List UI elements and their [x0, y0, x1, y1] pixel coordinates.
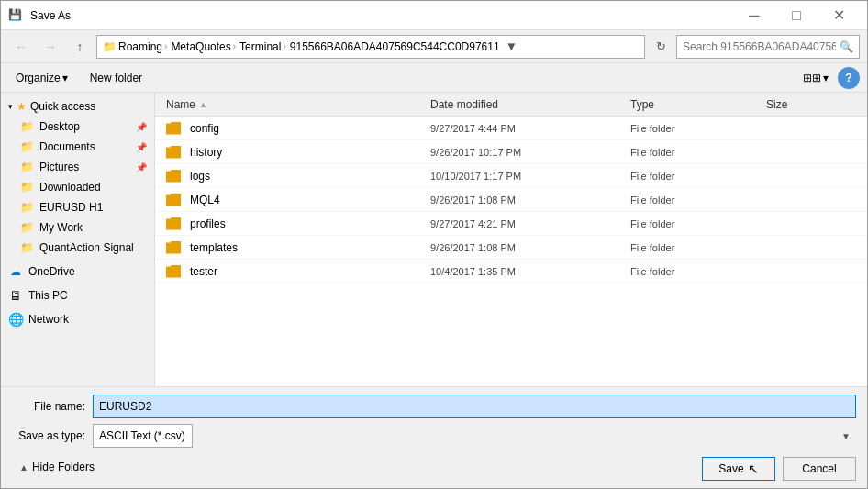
col-header-type[interactable]: Type [627, 98, 762, 111]
address-part-3: Terminal › [239, 40, 286, 53]
sidebar-item-pictures[interactable]: 📁 Pictures 📌 [1, 157, 154, 177]
savetype-wrapper: ASCII Text (*.csv) ▼ [93, 424, 856, 448]
file-name-cell: tester [162, 265, 427, 278]
sidebar-section-quickaccess: ▾ ★ Quick access 📁 Desktop 📌 📁 Documents… [1, 96, 154, 258]
sidebar-item-label: Documents [39, 140, 95, 153]
file-list-header: Name ▲ Date modified Type Size [155, 93, 867, 117]
new-folder-button[interactable]: New folder [83, 67, 150, 89]
file-name-cell: templates [162, 241, 427, 254]
maximize-button[interactable]: □ [775, 1, 818, 30]
savetype-select[interactable]: ASCII Text (*.csv) [93, 424, 193, 448]
folder-icon: 📁 [19, 139, 34, 154]
file-type-cell: File folder [627, 194, 762, 206]
table-row[interactable]: logs 10/10/2017 1:17 PM File folder [155, 164, 867, 188]
pin-icon: 📌 [136, 122, 147, 132]
col-header-size[interactable]: Size [762, 98, 860, 111]
action-toolbar: Organize ▾ New folder ⊞⊞ ▾ ? [1, 63, 867, 93]
sidebar-item-label: Network [28, 313, 69, 326]
pin-icon: 📌 [136, 162, 147, 172]
cancel-button[interactable]: Cancel [783, 457, 856, 481]
table-row[interactable]: MQL4 9/26/2017 1:08 PM File folder [155, 188, 867, 212]
filename-input[interactable] [93, 395, 856, 418]
address-dropdown-button[interactable]: ▼ [504, 39, 519, 53]
title-bar: 💾 Save As ─ □ ✕ [1, 1, 867, 30]
refresh-button[interactable]: ↻ [649, 35, 673, 59]
folder-icon: 📁 [19, 160, 34, 174]
folder-icon [166, 146, 181, 159]
sidebar-item-label: Pictures [39, 161, 79, 173]
nav-toolbar: ← → ↑ 📁 Roaming › MetaQuotes › Terminal … [1, 30, 867, 63]
main-area: ▾ ★ Quick access 📁 Desktop 📌 📁 Documents… [1, 93, 867, 386]
file-date-cell: 10/10/2017 1:17 PM [427, 171, 627, 182]
file-date-cell: 9/27/2017 4:44 PM [427, 123, 627, 134]
table-row[interactable]: history 9/26/2017 10:17 PM File folder [155, 140, 867, 164]
folder-icon: 📁 [19, 180, 34, 194]
sidebar-item-desktop[interactable]: 📁 Desktop 📌 [1, 117, 154, 137]
table-row[interactable]: config 9/27/2017 4:44 PM File folder [155, 117, 867, 140]
select-arrow-icon: ▼ [841, 431, 851, 441]
folder-icon: 📁 [19, 119, 34, 134]
col-header-date[interactable]: Date modified [427, 98, 627, 111]
address-part-2: MetaQuotes › [171, 40, 236, 53]
savetype-label: Save as type: [12, 429, 85, 442]
table-row[interactable]: templates 9/26/2017 1:08 PM File folder [155, 236, 867, 260]
sidebar: ▾ ★ Quick access 📁 Desktop 📌 📁 Documents… [1, 93, 155, 386]
sidebar-item-thispc[interactable]: 🖥 This PC [1, 285, 154, 306]
sidebar-section-thispc: 🖥 This PC [1, 285, 154, 306]
sidebar-header-quickaccess[interactable]: ▾ ★ Quick access [1, 96, 154, 117]
file-name-cell: profiles [162, 217, 427, 230]
minimize-button[interactable]: ─ [733, 1, 775, 30]
sidebar-item-label: EURUSD H1 [39, 201, 103, 214]
folder-icon: 📁 [19, 240, 34, 255]
file-name-cell: history [162, 146, 427, 159]
window-title: Save As [30, 9, 726, 22]
back-button[interactable]: ← [8, 34, 34, 60]
up-button[interactable]: ↑ [67, 34, 93, 60]
file-type-cell: File folder [627, 218, 762, 229]
view-options-button[interactable]: ⊞⊞ ▾ [797, 67, 834, 89]
title-controls: ─ □ ✕ [733, 1, 860, 30]
folder-icon [166, 194, 181, 206]
sidebar-item-label: Desktop [39, 120, 80, 133]
onedrive-icon: ☁ [8, 264, 23, 279]
network-icon: 🌐 [8, 312, 23, 327]
sidebar-item-label: Downloaded [39, 181, 101, 194]
savetype-row: Save as type: ASCII Text (*.csv) ▼ [12, 424, 856, 448]
file-date-cell: 9/27/2017 4:21 PM [427, 218, 627, 229]
sidebar-item-onedrive[interactable]: ☁ OneDrive [1, 261, 154, 282]
file-type-cell: File folder [627, 123, 762, 134]
table-row[interactable]: profiles 9/27/2017 4:21 PM File folder [155, 212, 867, 236]
folder-icon: 📁 [19, 200, 34, 215]
folder-icon [166, 265, 181, 278]
file-date-cell: 9/26/2017 1:08 PM [427, 242, 627, 253]
folder-icon [166, 170, 181, 183]
file-name-cell: config [162, 122, 427, 135]
folder-icon: 📁 [19, 220, 34, 235]
sidebar-item-network[interactable]: 🌐 Network [1, 309, 154, 329]
hide-folders-row[interactable]: ▲ Hide Folders [12, 459, 102, 475]
file-type-cell: File folder [627, 147, 762, 158]
file-date-cell: 10/4/2017 1:35 PM [427, 266, 627, 277]
save-button[interactable]: Save ↖ [702, 457, 775, 481]
sidebar-item-label: This PC [28, 289, 68, 302]
sidebar-item-mywork[interactable]: 📁 My Work [1, 217, 154, 238]
sidebar-item-downloaded[interactable]: 📁 Downloaded [1, 177, 154, 197]
address-arrow-2: › [233, 41, 236, 51]
sidebar-item-eurusdh1[interactable]: 📁 EURUSD H1 [1, 197, 154, 217]
address-part-4: 915566BA06ADA407569C544CC0D97611 [290, 40, 500, 53]
quick-access-star-icon: ★ [17, 100, 27, 113]
help-button[interactable]: ? [838, 67, 860, 89]
sidebar-item-quantaction[interactable]: 📁 QuantAction Signal [1, 238, 154, 258]
save-as-dialog: 💾 Save As ─ □ ✕ ← → ↑ 📁 Roaming › MetaQu… [0, 0, 868, 489]
folder-icon [166, 217, 181, 230]
close-button[interactable]: ✕ [818, 1, 860, 30]
organize-button[interactable]: Organize ▾ [8, 67, 75, 89]
table-row[interactable]: tester 10/4/2017 1:35 PM File folder [155, 260, 867, 283]
search-input[interactable] [683, 40, 836, 53]
sidebar-item-label: OneDrive [28, 265, 75, 278]
sidebar-item-documents[interactable]: 📁 Documents 📌 [1, 137, 154, 157]
col-header-name[interactable]: Name ▲ [162, 98, 427, 111]
computer-icon: 🖥 [8, 288, 23, 303]
file-name-cell: MQL4 [162, 194, 427, 206]
forward-button[interactable]: → [38, 34, 63, 60]
